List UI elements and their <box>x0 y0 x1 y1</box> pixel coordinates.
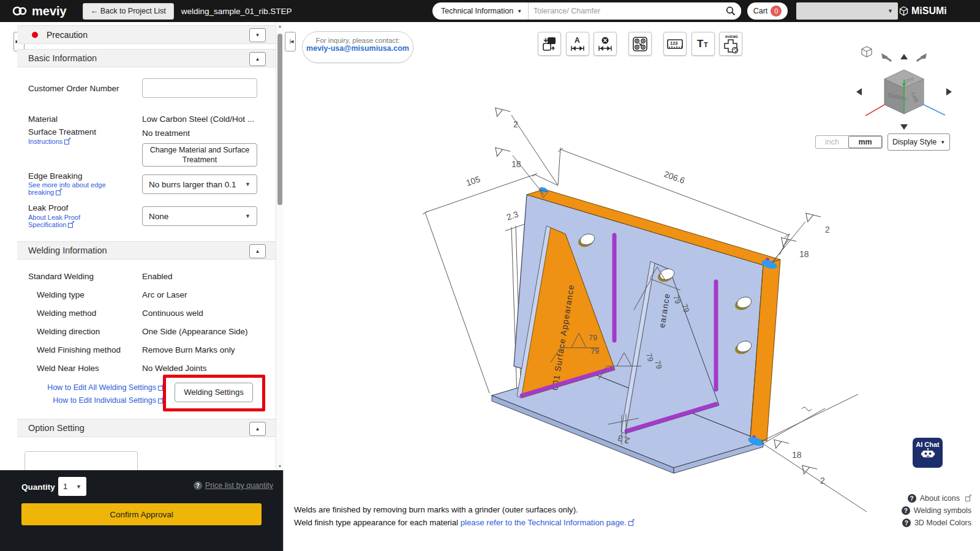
swap-views-button[interactable] <box>538 32 561 56</box>
edit-individual-settings-link[interactable]: How to Edit Individual Settings <box>28 396 164 405</box>
edge-breaking-label: Edge Breaking <box>28 171 83 181</box>
dimension-delete-icon <box>597 36 613 52</box>
sidebar-collapse-handle[interactable]: ▕◀ <box>285 32 296 51</box>
model-colors-link[interactable]: ? 3D Model Colors <box>902 519 971 527</box>
confirm-approval-button[interactable]: Confirm Approval <box>21 503 262 525</box>
scroll-up-arrow[interactable]: ▲ <box>276 24 284 28</box>
scroll-down-arrow[interactable]: ▼ <box>276 464 284 468</box>
ai-chat-button[interactable]: AI Chat <box>913 438 943 468</box>
orientation-cube[interactable]: Bottom Left Back <box>865 70 945 116</box>
hole-navigation-icon <box>632 36 648 52</box>
welding-row-value: Enabled <box>142 272 173 281</box>
meviy-logo: meviy <box>11 4 67 18</box>
wireframe-cube-icon[interactable] <box>862 47 872 57</box>
weld-note-2: Weld finish type appearance for each mat… <box>294 518 635 527</box>
chevron-down-icon: ▼ <box>245 181 251 187</box>
back-to-project-list-button[interactable]: ← Back to Project List <box>83 3 174 20</box>
rotate-down-arrow[interactable] <box>900 124 908 130</box>
chevron-down-icon: ▼ <box>940 140 945 145</box>
edge-breaking-select[interactable]: No burrs larger than 0.1▼ <box>142 174 257 194</box>
display-style-button[interactable]: Display Style ▼ <box>888 133 950 151</box>
edge-breaking-link[interactable]: See more info about edge breaking <box>28 181 106 196</box>
edit-all-welding-settings-link[interactable]: How to Edit All Welding Settings <box>28 383 164 392</box>
text-size-button[interactable]: T T <box>692 32 715 56</box>
measure-ruler-icon: 123 <box>666 36 684 52</box>
dim-thickness-top: 2.3 <box>505 209 520 222</box>
welding-row-label: Weld Near Holes <box>37 364 99 373</box>
measure-button[interactable]: 123 <box>663 32 687 56</box>
mm-option[interactable]: mm <box>848 136 882 148</box>
customer-order-input[interactable] <box>142 78 257 98</box>
welding-title: Welding Information <box>28 246 107 255</box>
external-link-icon <box>965 495 971 501</box>
basic-info-section-header[interactable]: Basic Information ▲ <box>17 49 276 67</box>
chevron-down-icon: ▼ <box>245 213 251 219</box>
external-link-icon <box>68 222 74 228</box>
rotate-left-step-arrow[interactable] <box>856 88 862 96</box>
option-collapse-button[interactable]: ▲ <box>249 422 266 436</box>
precaution-title: Precaution <box>47 30 88 40</box>
quantity-select[interactable]: 1 ▼ <box>58 477 86 496</box>
basic-info-collapse-button[interactable]: ▲ <box>249 52 266 66</box>
svg-text:18: 18 <box>792 450 802 460</box>
external-link-icon <box>56 189 62 195</box>
svg-text:A: A <box>575 36 580 45</box>
rotate-right-arrow[interactable] <box>917 53 927 61</box>
instructions-link[interactable]: Instructions <box>28 138 70 145</box>
alert-dot-icon <box>32 32 38 38</box>
quantity-panel: Quantity 1 ▼ ? Price list by quantity Co… <box>0 470 283 551</box>
swap-views-icon <box>541 36 557 52</box>
precaution-expand-button[interactable]: ▼ <box>249 28 266 42</box>
technical-info-link[interactable]: please refer to the Technical Informatio… <box>461 518 635 527</box>
about-icons-link[interactable]: ? About icons <box>908 494 971 503</box>
svg-text:79: 79 <box>590 347 599 356</box>
contact-line: For inquiry, please contact: <box>303 37 413 44</box>
rotate-up-arrow[interactable] <box>900 54 908 59</box>
contact-bubble: For inquiry, please contact: meviy-usa@m… <box>302 31 413 63</box>
chevron-down-icon: ▼ <box>517 9 522 14</box>
precaution-section-header[interactable]: Precaution ▼ <box>17 25 276 44</box>
welding-section-header[interactable]: Welding Information ▲ <box>17 241 276 260</box>
dimension-delete-button[interactable] <box>594 32 617 56</box>
option-section-header[interactable]: Option Setting ▲ <box>17 419 276 437</box>
rotate-left-arrow[interactable] <box>881 53 891 61</box>
cart-button[interactable]: Cart 0 <box>747 2 788 20</box>
rotate-right-step-arrow[interactable] <box>946 88 952 96</box>
misumi-cube-icon <box>899 6 908 16</box>
brand-text: meviy <box>32 4 67 18</box>
chevron-down-icon: ▼ <box>76 484 81 490</box>
dim-depth: 105 <box>465 174 481 188</box>
welding-row-value: Arc or Laser <box>142 290 187 299</box>
dimension-text-button[interactable]: A <box>566 32 589 56</box>
scrollbar-thumb[interactable] <box>277 34 282 205</box>
surface-treatment-value: No treatment <box>142 129 190 138</box>
settings-sidebar: ▶▏ Precaution ▼ Basic Information ▲ Cust… <box>0 22 284 551</box>
sidebar-scrollbar[interactable]: ▲ ▼ <box>276 22 284 470</box>
welding-collapse-button[interactable]: ▲ <box>249 244 266 258</box>
inch-option[interactable]: inch <box>816 138 848 146</box>
external-link-icon <box>64 138 70 144</box>
search-button[interactable] <box>720 2 741 20</box>
misumi-logo: MiSUMi <box>899 0 947 22</box>
welding-symbols-link[interactable]: ? Welding symbols <box>902 506 971 515</box>
leak-proof-label: Leak Proof <box>28 203 68 212</box>
top-bar: meviy ← Back to Project List welding_sam… <box>0 0 980 22</box>
leak-proof-link[interactable]: About Leak Proof Specification <box>28 214 80 228</box>
unit-toggle: inch mm <box>815 135 883 149</box>
external-link-icon <box>628 520 635 526</box>
search-category-select[interactable]: Technical Information ▼ <box>432 2 529 20</box>
account-dropdown[interactable]: ▼ <box>796 2 898 20</box>
svg-text:T: T <box>697 38 704 50</box>
leak-proof-select[interactable]: None▼ <box>142 206 257 226</box>
welding-row-label: Welding method <box>37 309 96 318</box>
six-views-button[interactable]: 6VIEWS <box>719 32 742 56</box>
search-input[interactable] <box>529 7 720 15</box>
contact-email-link[interactable]: meviy-usa@misumiusa.com <box>303 44 413 53</box>
red-highlight-annotation <box>163 375 265 411</box>
chevron-down-icon: ▼ <box>888 8 893 14</box>
svg-text:2: 2 <box>513 119 518 129</box>
hole-navigation-button[interactable] <box>628 32 652 56</box>
change-material-button[interactable]: Change Material and Surface Treatment <box>142 143 257 167</box>
price-list-link[interactable]: ? Price list by quantity <box>194 481 273 490</box>
svg-text:123: 123 <box>670 40 678 46</box>
